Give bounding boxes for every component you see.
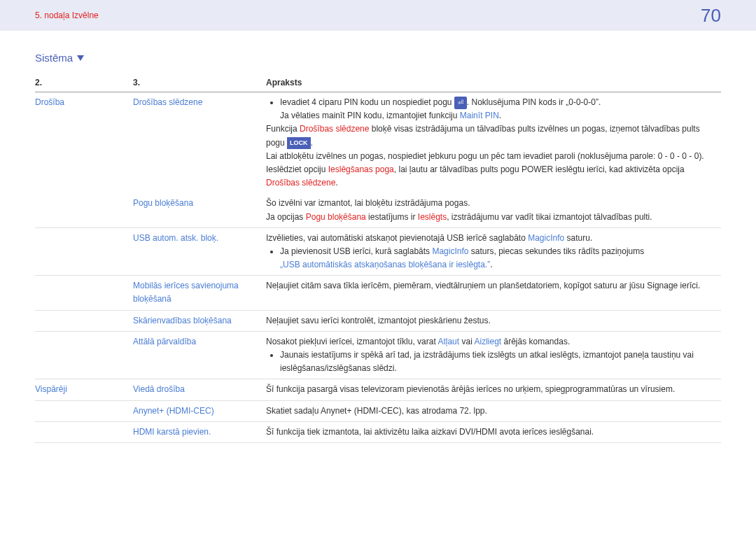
mainit-pin-link: Mainīt PIN [460,111,499,120]
cell-desc: Neļaujiet citām sava tīkla ierīcēm, piem… [266,276,721,310]
cell-setting: Drošības slēdzene [133,92,266,194]
table-row: HDMI karstā pievien. Šī funkcija tiek iz… [35,421,721,442]
list-item: Ievadiet 4 ciparu PIN kodu un nospiediet… [280,96,715,122]
cell-desc: Šo izvēlni var izmantot, lai bloķētu izs… [266,193,721,227]
list-item: Jaunais iestatījums ir spēkā arī tad, ja… [280,349,715,375]
cell-setting: Pogu bloķēšana [133,193,266,227]
list-item: Ja pievienosit USB ierīci, kurā saglabāt… [280,245,715,272]
chevron-down-icon [77,55,84,61]
table-row: Skārienvadības bloķēšana Neļaujiet savu … [35,310,721,331]
cell-desc: Neļaujiet savu ierīci kontrolēt, izmanto… [266,310,721,331]
page-number: 70 [701,5,721,27]
cell-desc: Šī funkcija tiek izmantota, lai aktivizē… [266,421,721,442]
table-row: Vispārēji Viedā drošība Šī funkcija pasa… [35,379,721,400]
cell-setting: Attālā pārvaldība [133,331,266,379]
chapter-link[interactable]: 5. nodaļa Izvēlne [35,10,99,20]
cell-setting: Anynet+ (HDMI-CEC) [133,400,266,421]
table-row: Anynet+ (HDMI-CEC) Skatiet sadaļu Anynet… [35,400,721,421]
col-header-desc: Apraksts [266,73,721,92]
cell-setting: Viedā drošība [133,379,266,400]
section-title[interactable]: Sistēma [35,52,721,64]
table-row: Attālā pārvaldība Nosakot piekļuvi ierīc… [35,331,721,379]
page-header: 5. nodaļa Izvēlne 70 [0,0,756,31]
cell-category: Vispārēji [35,379,133,400]
table-row: Pogu bloķēšana Šo izvēlni var izmantot, … [35,193,721,227]
cell-category: Drošība [35,92,133,194]
settings-table: 2. 3. Apraksts Drošība Drošības slēdzene… [35,73,721,443]
enter-icon: ⏎ [454,97,467,109]
cell-desc: Ievadiet 4 ciparu PIN kodu un nospiediet… [266,92,721,194]
table-row: Mobilās ierīces savienojuma bloķēšanā Ne… [35,276,721,310]
table-row: USB autom. atsk. bloķ. Izvēlieties, vai … [35,227,721,276]
cell-desc: Izvēlieties, vai automātiski atskaņot pi… [266,227,721,276]
section-title-text: Sistēma [35,52,73,64]
col-header-2: 2. [35,73,133,92]
cell-desc: Nosakot piekļuvi ierīcei, izmantojot tīk… [266,331,721,379]
cell-setting: Skārienvadības bloķēšana [133,310,266,331]
cell-desc: Šī funkcija pasargā visas televizoram pi… [266,379,721,400]
lock-icon: LOCK [287,137,311,148]
cell-setting: USB autom. atsk. bloķ. [133,227,266,276]
table-row: Drošība Drošības slēdzene Ievadiet 4 cip… [35,92,721,194]
col-header-3: 3. [133,73,266,92]
cell-setting: Mobilās ierīces savienojuma bloķēšanā [133,276,266,310]
content-area: Sistēma 2. 3. Apraksts Drošība Drošības … [0,31,756,464]
cell-setting: HDMI karstā pievien. [133,421,266,442]
cell-desc: Skatiet sadaļu Anynet+ (HDMI-CEC), kas a… [266,400,721,421]
